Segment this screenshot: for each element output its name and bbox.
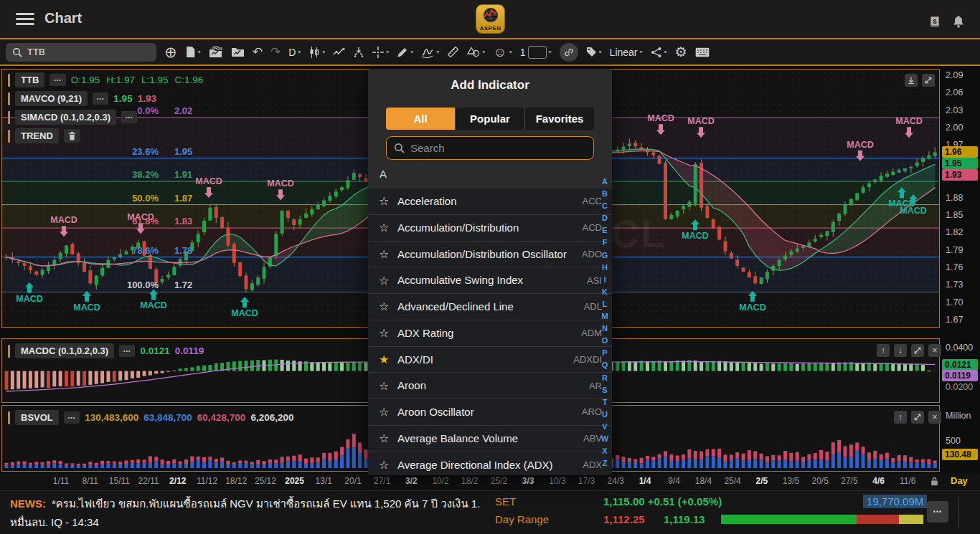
alphabet-letter[interactable]: H — [602, 262, 608, 274]
expand-pane-button[interactable] — [911, 344, 924, 357]
indicator-row[interactable]: ★ADX/DIADXDI — [368, 347, 612, 373]
scale-dropdown[interactable]: Linear ▾ — [610, 47, 643, 58]
favorite-star-icon[interactable]: ☆ — [379, 326, 397, 340]
alphabet-index[interactable]: ABCDEFGHIKLMNOPQRSTUVWXZ — [600, 176, 610, 469]
measure-button[interactable] — [447, 46, 459, 58]
market-more-button[interactable]: ••• — [927, 501, 948, 523]
shapes-dropdown[interactable]: ▾ — [467, 47, 485, 57]
indicator-row[interactable]: ☆AroonAR — [368, 373, 612, 399]
favorite-star-icon[interactable]: ☆ — [379, 405, 397, 419]
more-options-button[interactable]: ••• — [50, 74, 65, 86]
indicator-search-input[interactable] — [410, 142, 575, 154]
favorite-star-icon[interactable]: ☆ — [379, 300, 397, 313]
more-options-button[interactable]: ••• — [121, 111, 137, 123]
alphabet-letter[interactable]: O — [602, 335, 608, 347]
indicator-button[interactable] — [353, 47, 364, 58]
indicator-row[interactable]: ☆AccelerationACC — [368, 189, 612, 215]
keyboard-button[interactable] — [695, 47, 710, 57]
money-book-icon[interactable]: $ — [928, 16, 941, 32]
move-pane-down-button[interactable]: ↓ — [894, 344, 907, 357]
expand-pane-button[interactable] — [922, 74, 935, 87]
move-pane-down-button[interactable] — [905, 74, 918, 87]
indicator-row[interactable]: ☆Advanced/Declined LineADL — [368, 294, 612, 320]
alphabet-letter[interactable]: U — [602, 409, 608, 421]
tab-popular[interactable]: Popular — [456, 108, 525, 130]
compare-button[interactable] — [333, 47, 345, 57]
favorite-star-icon[interactable]: ☆ — [379, 274, 397, 287]
indicator-row[interactable]: ☆ADX RatingADM — [368, 320, 612, 347]
close-pane-button[interactable]: × — [928, 411, 941, 424]
indicator-row[interactable]: ☆Average Balance VolumeABV — [368, 426, 612, 452]
alphabet-letter[interactable]: Q — [602, 359, 608, 371]
more-options-button[interactable]: ••• — [93, 92, 108, 105]
turnover-value[interactable]: 19,770.09M — [863, 495, 927, 508]
move-pane-up-button[interactable]: ↑ — [894, 411, 907, 424]
period-label[interactable]: Day — [951, 475, 968, 486]
favorite-star-icon[interactable]: ☆ — [379, 247, 397, 261]
alphabet-letter[interactable]: F — [603, 237, 608, 249]
timeframe-dropdown[interactable]: D ▾ — [288, 47, 301, 58]
trend-chip[interactable]: TREND — [15, 128, 59, 143]
alphabet-letter[interactable]: S — [602, 384, 607, 396]
link-button[interactable] — [560, 43, 578, 62]
delete-trend-button[interactable] — [64, 129, 80, 143]
favorite-star-icon[interactable]: ☆ — [379, 221, 397, 234]
alphabet-letter[interactable]: V — [602, 421, 607, 433]
time-axis[interactable]: Day 1/118/1115/1122/112/1211/1218/1225/1… — [0, 473, 980, 490]
macdc-chip[interactable]: MACDC (0.1,0.2,0.3) — [15, 343, 114, 358]
alphabet-letter[interactable]: T — [603, 396, 608, 409]
favorite-star-icon[interactable]: ☆ — [379, 379, 397, 393]
move-pane-up-button[interactable]: ↑ — [877, 344, 890, 357]
new-chart-button[interactable]: ▾ — [185, 46, 201, 58]
save-chart-button[interactable] — [231, 47, 245, 57]
crosshair-dropdown[interactable]: ▾ — [372, 47, 389, 58]
favorite-star-icon[interactable]: ☆ — [379, 432, 397, 445]
mavco-chip[interactable]: MAVCO (9,21) — [15, 91, 88, 106]
expand-pane-button[interactable] — [911, 411, 924, 424]
indicator-row[interactable]: ☆Accumulation/DistributionACD — [368, 215, 612, 242]
favorite-star-icon[interactable]: ☆ — [379, 194, 397, 208]
bsvol-chip[interactable]: BSVOL — [15, 410, 59, 425]
tag-dropdown[interactable]: ▾ — [586, 47, 602, 57]
more-options-button[interactable]: ••• — [64, 411, 80, 424]
tab-all[interactable]: All — [386, 108, 456, 130]
price-axis[interactable]: 2.092.062.032.001.971.881.851.821.791.76… — [941, 69, 980, 472]
indicator-row[interactable]: ☆Accumulation/Distribution OscillatorADO — [368, 242, 612, 268]
lock-icon[interactable] — [930, 477, 938, 486]
alphabet-letter[interactable]: A — [602, 176, 608, 188]
indicator-row[interactable]: ☆Accumulative Swing IndexASI — [368, 267, 612, 294]
indicator-row[interactable]: ☆Aroon OscillatorARO — [368, 399, 612, 426]
indicator-search-field[interactable] — [386, 136, 594, 160]
close-pane-button[interactable]: × — [928, 344, 941, 357]
add-chart-button[interactable]: ⊕ — [164, 44, 177, 59]
alphabet-letter[interactable]: W — [601, 433, 608, 445]
alphabet-letter[interactable]: N — [602, 323, 608, 335]
simacd-chip[interactable]: SIMACD (0.1,0.2,0.3) — [15, 110, 116, 125]
menu-icon[interactable] — [16, 13, 34, 25]
alphabet-letter[interactable]: L — [603, 298, 608, 310]
alphabet-letter[interactable]: C — [602, 200, 608, 212]
chart-type-dropdown[interactable]: ▾ — [308, 47, 325, 58]
alphabet-letter[interactable]: R — [602, 372, 608, 384]
alphabet-letter[interactable]: P — [602, 347, 607, 359]
open-chart-button[interactable] — [209, 47, 223, 58]
undo-button[interactable]: ↶ — [253, 46, 263, 58]
favorite-star-icon[interactable]: ☆ — [379, 458, 397, 472]
alphabet-letter[interactable]: D — [602, 212, 608, 224]
notifications-bell-icon[interactable] — [952, 15, 965, 32]
settings-gear-icon[interactable]: ⚙ — [675, 45, 687, 59]
wave-dropdown[interactable]: ▾ — [421, 47, 439, 58]
share-dropdown[interactable]: ▾ — [651, 47, 667, 58]
more-options-button[interactable]: ••• — [119, 345, 135, 357]
alphabet-letter[interactable]: Z — [603, 457, 608, 469]
symbol-search-input[interactable]: TTB — [6, 43, 156, 62]
draw-dropdown[interactable]: ▾ — [397, 47, 413, 58]
alphabet-letter[interactable]: E — [602, 224, 607, 237]
alphabet-letter[interactable]: K — [602, 286, 608, 298]
indicator-row[interactable]: ☆Average Directional Index (ADX)ADX — [368, 452, 612, 476]
redo-button[interactable]: ↷ — [270, 46, 281, 58]
emoji-dropdown[interactable]: ☺ ▾ — [493, 45, 512, 59]
alphabet-letter[interactable]: I — [603, 274, 606, 286]
news-headline[interactable]: NEWS:*ครม.ไฟเขียว ขสมก.พับแผนซื้อรถเมล์ … — [10, 495, 480, 512]
candle-count-dropdown[interactable]: 1 ▾ — [520, 46, 552, 59]
